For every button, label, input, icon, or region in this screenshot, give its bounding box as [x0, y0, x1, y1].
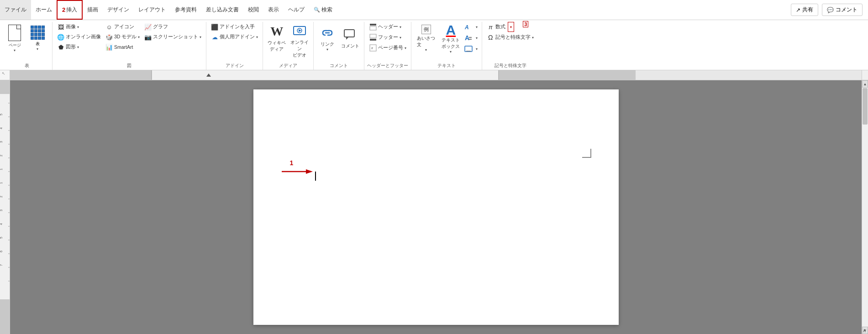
ribbon-group-symbol: π 数式 3 ▾ Ω 記号と特殊文字 ▾ — [482, 22, 538, 70]
get-addon-icon: ⬛ — [211, 23, 218, 31]
step1-badge: 1 — [290, 159, 294, 167]
svg-text:2: 2 — [0, 196, 3, 198]
share-icon: ↗ — [796, 7, 800, 13]
personal-addon-icon: ☁ — [211, 33, 218, 41]
menu-design[interactable]: デザイン — [103, 0, 134, 20]
page-button[interactable]: ページ ▾ — [5, 22, 25, 55]
menu-home[interactable]: ホーム — [31, 0, 57, 20]
svg-rect-6 — [370, 24, 376, 26]
ruler-h-svg — [10, 70, 862, 80]
scrollbar-vertical[interactable]: ▲ ▼ — [862, 80, 868, 334]
document-page[interactable]: 1 — [253, 89, 619, 325]
footer-button[interactable]: フッター ▾ — [368, 32, 408, 42]
svg-text:3: 3 — [0, 141, 3, 143]
equation-icon: π — [487, 23, 494, 31]
textbox-button[interactable]: A テキストボックス ▾ — [439, 22, 463, 55]
menu-layout[interactable]: レイアウト — [134, 0, 170, 20]
image-icon: 🖼 — [57, 23, 64, 31]
menu-help[interactable]: ヘルプ — [284, 0, 309, 20]
ribbon-group-illustration-row: 🖼 画像 ▾ 🌐 オンライン画像 ⬟ 図形 ▾ — [55, 22, 203, 62]
svg-text:1: 1 — [0, 182, 3, 184]
table-button[interactable]: 表 ▾ — [26, 22, 49, 55]
icon-icon: ☺ — [105, 23, 113, 31]
text-cursor — [315, 172, 316, 181]
svg-rect-4 — [344, 30, 354, 37]
ruler-horizontal: 8 6 4 2 2 4 6 8 10 12 14 16 18 20 22 24 — [10, 70, 862, 80]
ribbon-group-media-label: メディア — [279, 62, 297, 69]
scrollbar-track[interactable] — [862, 88, 868, 327]
scrollbar-up-button[interactable]: ▲ — [862, 80, 868, 88]
footer-icon — [369, 34, 377, 41]
online-video-button[interactable]: オンラインビデオ — [289, 22, 310, 60]
menu-file[interactable]: ファイル — [0, 0, 31, 20]
textbox-icon: A — [446, 23, 456, 37]
signature-dropdown[interactable]: ▾ — [474, 44, 479, 54]
menu-insert[interactable]: 2 挿入 — [57, 0, 83, 20]
image-button[interactable]: 🖼 画像 ▾ — [55, 22, 103, 32]
smartart-icon: 📊 — [105, 43, 113, 51]
titlebar-right: ↗ 共有 💬 コメント — [791, 0, 868, 20]
link-button[interactable]: リンク ▾ — [316, 22, 338, 55]
equation-button[interactable]: π 数式 3 ▾ — [485, 22, 536, 32]
arrow-icon — [281, 166, 313, 175]
shape-icon: ⬟ — [57, 43, 64, 51]
menu-references[interactable]: 参考資料 — [170, 0, 201, 20]
comment-button[interactable]: 💬 コメント — [822, 4, 863, 16]
equation-dropdown[interactable]: ▾ — [508, 22, 514, 32]
svg-rect-7 — [370, 26, 376, 30]
svg-text:5: 5 — [0, 237, 3, 239]
link-icon — [320, 26, 335, 40]
ribbon-group-headerfooter: ヘッダー ▾ フッター ▾ # — [364, 22, 411, 70]
header-button[interactable]: ヘッダー ▾ — [368, 22, 408, 32]
shape-button[interactable]: ⬟ 図形 ▾ — [55, 42, 103, 52]
wikipedia-button[interactable]: W ウィキペディア — [266, 22, 288, 55]
comment-large-button[interactable]: コメント — [339, 22, 361, 55]
svg-rect-18 — [10, 70, 152, 80]
ribbon-group-table: ページ ▾ 表 ▾ 表 — [2, 22, 53, 70]
greeting-icon: 例 — [421, 25, 431, 34]
svg-rect-24 — [0, 80, 10, 94]
ribbon-group-text-label: テキスト — [437, 62, 456, 69]
svg-marker-5 — [346, 37, 349, 40]
canvas-area[interactable]: 1 — [10, 80, 862, 334]
svg-text:4: 4 — [0, 127, 3, 129]
svg-rect-20 — [152, 70, 499, 80]
personal-addon-button[interactable]: ☁ 個人用アドイン ▾ — [209, 32, 260, 42]
share-button[interactable]: ↗ 共有 — [791, 4, 818, 16]
get-addon-button[interactable]: ⬛ アドインを入手 — [209, 22, 260, 32]
dropcap-dropdown[interactable]: ▾ — [474, 33, 479, 43]
menu-review[interactable]: 校閲 — [243, 0, 263, 20]
svg-marker-54 — [306, 169, 313, 174]
scrollbar-thumb[interactable] — [863, 88, 868, 125]
3dmodel-button[interactable]: 🎲 3D モデル ▾ — [104, 32, 142, 42]
online-image-button[interactable]: 🌐 オンライン画像 — [55, 32, 103, 42]
ribbon-group-addon-label: アドイン — [226, 62, 244, 69]
smartart-button[interactable]: 📊 SmartArt — [104, 42, 142, 52]
page-number-button[interactable]: # ページ番号 ▾ — [368, 43, 408, 53]
menu-view[interactable]: 表示 — [263, 0, 284, 20]
menu-search[interactable]: 🔍 検索 — [309, 0, 337, 20]
menu-mailings[interactable]: 差し込み文書 — [201, 0, 243, 20]
wordart-dropdown[interactable]: ▾ — [474, 22, 479, 32]
screenshot-button[interactable]: 📷 スクリーンショット ▾ — [142, 32, 203, 42]
graph-icon: 📈 — [144, 23, 152, 31]
ribbon-group-table-label: 表 — [25, 62, 29, 69]
svg-rect-19 — [499, 70, 636, 80]
ribbon-group-hf-label: ヘッダーとフッター — [367, 62, 408, 69]
special-char-button[interactable]: Ω 記号と特殊文字 ▾ — [485, 32, 536, 42]
ribbon-group-illustration-label: 図 — [127, 62, 132, 69]
icon-button[interactable]: ☺ アイコン — [104, 22, 142, 32]
signature-button[interactable] — [463, 44, 473, 54]
screenshot-icon: 📷 — [144, 33, 152, 41]
online-image-icon: 🌐 — [57, 33, 64, 41]
ribbon-group-comment-label: コメント — [330, 62, 348, 69]
wordart-button[interactable]: A — [463, 22, 473, 32]
step1-annotation: 1 — [281, 166, 313, 176]
dropcap-button[interactable]: A — [463, 33, 473, 43]
ruler-vertical: 5 4 3 2 1 1 2 3 4 5 6 7 — [0, 80, 10, 334]
menu-draw[interactable]: 描画 — [83, 0, 103, 20]
svg-rect-16 — [465, 46, 472, 52]
graph-button[interactable]: 📈 グラフ — [142, 22, 203, 32]
ribbon-collapse-button[interactable]: ∧ — [861, 327, 868, 334]
greeting-button[interactable]: 例 あいさつ文 ▾ — [414, 22, 438, 55]
